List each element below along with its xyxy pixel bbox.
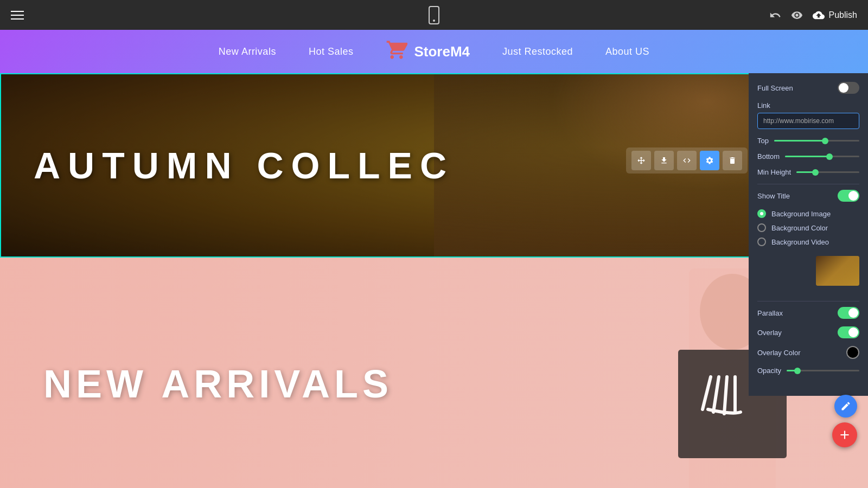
full-screen-row: Full Screen bbox=[757, 82, 859, 94]
top-toolbar: Publish bbox=[0, 0, 868, 30]
bg-video-label: Background Video bbox=[771, 238, 829, 246]
bg-thumbnail-container bbox=[757, 252, 859, 293]
full-screen-label: Full Screen bbox=[757, 84, 793, 92]
full-screen-knob bbox=[839, 83, 848, 93]
full-screen-toggle[interactable] bbox=[838, 82, 859, 94]
bg-image-label: Background Image bbox=[771, 210, 831, 218]
top-slider-fill bbox=[774, 140, 825, 142]
parallax-knob bbox=[848, 308, 858, 318]
overlay-color-swatch[interactable] bbox=[846, 346, 859, 359]
undo-button[interactable] bbox=[769, 9, 781, 21]
toolbar-center bbox=[429, 6, 439, 24]
bg-image-radio bbox=[757, 209, 766, 218]
show-title-label: Show Title bbox=[757, 192, 790, 200]
nav-item-new-arrivals[interactable]: New Arrivals bbox=[219, 46, 276, 57]
parallax-label: Parallax bbox=[757, 309, 783, 317]
top-row: Top bbox=[757, 137, 859, 145]
menu-button[interactable] bbox=[11, 11, 24, 20]
overlay-color-row: Overlay Color bbox=[757, 346, 859, 359]
gear-tool-button[interactable] bbox=[700, 151, 719, 170]
top-slider-thumb bbox=[822, 138, 828, 144]
navbar: New Arrivals Hot Sales StoreM4 Just Rest… bbox=[0, 30, 868, 73]
hero-title: AUTUMN COLLEC bbox=[1, 144, 454, 187]
opacity-row: Opacity bbox=[757, 367, 859, 375]
code-tool-button[interactable] bbox=[677, 151, 697, 170]
opacity-slider[interactable] bbox=[787, 370, 859, 371]
show-title-toggle[interactable] bbox=[838, 190, 859, 202]
preview-button[interactable] bbox=[791, 9, 803, 21]
overlay-row: Overlay bbox=[757, 326, 859, 338]
nav-item-about-us[interactable]: About US bbox=[605, 46, 649, 57]
edit-fab[interactable] bbox=[834, 395, 857, 418]
panel-divider-1 bbox=[757, 184, 859, 184]
link-input[interactable] bbox=[757, 113, 859, 129]
download-tool-button[interactable] bbox=[654, 151, 674, 170]
add-fab[interactable] bbox=[832, 422, 857, 447]
top-label: Top bbox=[757, 137, 769, 145]
phone-home-dot bbox=[433, 20, 435, 22]
show-title-knob bbox=[848, 191, 858, 201]
toolbar-right: Publish bbox=[769, 9, 857, 21]
overlay-label: Overlay bbox=[757, 329, 782, 337]
hamburger-icon bbox=[11, 11, 24, 20]
parallax-row: Parallax bbox=[757, 307, 859, 319]
show-title-row: Show Title bbox=[757, 190, 859, 202]
bottom-slider-thumb bbox=[826, 153, 833, 160]
nav-brand: StoreM4 bbox=[386, 39, 470, 65]
bottom-row: Bottom bbox=[757, 152, 859, 160]
bg-video-row[interactable]: Background Video bbox=[757, 237, 859, 246]
bg-thumbnail[interactable] bbox=[816, 256, 859, 286]
panel-divider-2 bbox=[757, 301, 859, 301]
bg-image-row[interactable]: Background Image bbox=[757, 209, 859, 218]
nav-item-just-restocked[interactable]: Just Restocked bbox=[502, 46, 573, 57]
hero-section: AUTUMN COLLEC bbox=[0, 73, 868, 258]
top-slider[interactable] bbox=[774, 140, 859, 142]
min-height-slider[interactable] bbox=[796, 171, 859, 173]
min-height-slider-thumb bbox=[812, 169, 819, 176]
toolbar-left bbox=[11, 11, 24, 20]
opacity-label: Opacity bbox=[757, 367, 781, 375]
phone-icon[interactable] bbox=[429, 6, 439, 24]
settings-toolbar bbox=[626, 147, 748, 174]
bottom-label: Bottom bbox=[757, 152, 780, 160]
arrivals-title: NEW ARRIVALS bbox=[0, 362, 393, 406]
bg-color-label: Background Color bbox=[771, 224, 828, 232]
min-height-row: Min Height bbox=[757, 168, 859, 176]
overlay-knob bbox=[848, 328, 858, 337]
brand-name[interactable]: StoreM4 bbox=[414, 43, 470, 60]
overlay-toggle[interactable] bbox=[838, 326, 859, 338]
overlay-color-label: Overlay Color bbox=[757, 349, 800, 357]
cart-icon bbox=[386, 39, 407, 65]
publish-button[interactable]: Publish bbox=[813, 9, 857, 21]
move-tool-button[interactable] bbox=[631, 151, 651, 170]
new-arrivals-section: NEW ARRIVALS bbox=[0, 258, 868, 488]
bottom-slider[interactable] bbox=[785, 156, 859, 157]
nav-item-hot-sales[interactable]: Hot Sales bbox=[309, 46, 354, 57]
bg-video-radio bbox=[757, 237, 766, 246]
parallax-toggle[interactable] bbox=[838, 307, 859, 319]
bg-thumbnail-inner bbox=[816, 256, 859, 286]
settings-panel: Full Screen Link Top Bottom Min Height bbox=[749, 73, 868, 396]
trash-tool-button[interactable] bbox=[723, 151, 742, 170]
bg-color-radio bbox=[757, 223, 766, 232]
bottom-slider-fill bbox=[785, 156, 829, 157]
link-row: Link bbox=[757, 101, 859, 137]
opacity-slider-thumb bbox=[794, 368, 801, 374]
publish-label: Publish bbox=[829, 10, 857, 20]
bg-color-row[interactable]: Background Color bbox=[757, 223, 859, 232]
link-label-row: Link bbox=[757, 101, 859, 110]
min-height-label: Min Height bbox=[757, 168, 791, 176]
link-label: Link bbox=[757, 101, 770, 110]
